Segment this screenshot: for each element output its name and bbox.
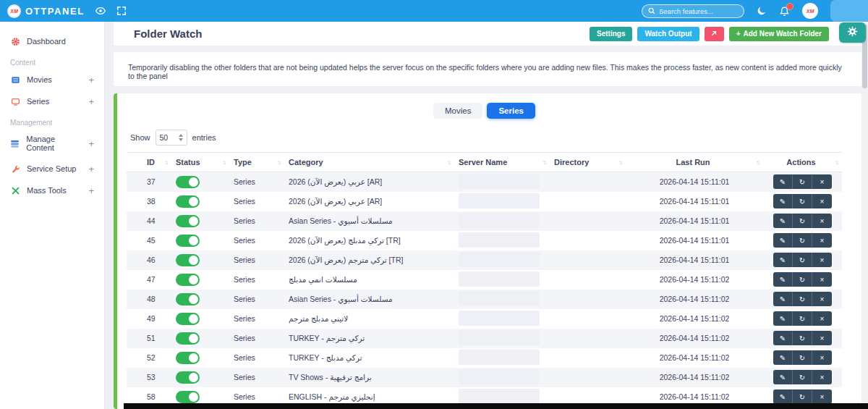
search-input[interactable] — [659, 7, 738, 15]
delete-button[interactable]: × — [812, 350, 832, 365]
sidebar-item-mass-tools[interactable]: Mass Tools + — [0, 180, 104, 201]
delete-button[interactable]: × — [812, 389, 832, 404]
edit-button[interactable]: ✎ — [773, 389, 793, 404]
edit-button[interactable]: ✎ — [773, 214, 793, 228]
dark-mode-moon-icon[interactable] — [757, 6, 767, 16]
column-header-actions[interactable]: ↑↓Actions — [763, 153, 842, 172]
status-toggle[interactable] — [176, 176, 200, 188]
sidebar-item-manage-content[interactable]: Manage Content + — [0, 129, 104, 158]
fullscreen-icon[interactable] — [116, 6, 127, 16]
rescan-button[interactable]: ↻ — [793, 272, 812, 287]
edit-button[interactable]: ✎ — [773, 194, 793, 208]
sidebar-item-movies[interactable]: Movies + — [0, 69, 104, 90]
rescan-button[interactable]: ↻ — [793, 311, 812, 326]
column-header-status[interactable]: ↑↓Status — [171, 153, 229, 172]
edit-button[interactable]: ✎ — [773, 272, 793, 287]
edit-button[interactable]: ✎ — [773, 311, 793, 326]
row-last-run: 2026-04-14 15:11:01 — [626, 172, 763, 192]
edit-button[interactable]: ✎ — [773, 233, 793, 248]
rescan-button[interactable]: ↻ — [793, 233, 812, 248]
delete-button[interactable]: × — [812, 370, 832, 384]
sidebar-item-label: Service Setup — [27, 164, 76, 173]
page-scrollbar[interactable] — [861, 22, 868, 409]
column-header-directory[interactable]: ↑↓Directory — [550, 153, 626, 172]
edit-button[interactable]: ✎ — [773, 292, 793, 306]
status-toggle[interactable] — [176, 235, 200, 247]
row-last-run: 2026-04-14 15:11:02 — [626, 368, 763, 387]
status-toggle[interactable] — [176, 313, 200, 325]
edit-button[interactable]: ✎ — [773, 350, 793, 365]
table-row: 46 Series تركي مترجم (يعرض الآن) 2026 [T… — [127, 250, 842, 270]
status-toggle[interactable] — [176, 332, 200, 345]
column-header-id[interactable]: ↑↓ID — [127, 153, 171, 172]
edit-button[interactable]: ✎ — [773, 174, 793, 189]
rescan-button[interactable]: ↻ — [793, 174, 812, 189]
edit-button[interactable]: ✎ — [773, 331, 793, 345]
rescan-button[interactable]: ↻ — [793, 194, 812, 208]
delete-button[interactable]: × — [812, 194, 832, 208]
delete-button[interactable]: × — [812, 272, 832, 287]
edit-button[interactable]: ✎ — [773, 253, 793, 267]
delete-button[interactable]: × — [812, 331, 832, 345]
delete-button[interactable]: × — [812, 253, 832, 267]
rescan-button[interactable]: ↻ — [793, 389, 812, 404]
export-button[interactable] — [705, 27, 724, 41]
status-toggle[interactable] — [176, 293, 200, 305]
customizer-gear-button[interactable] — [839, 22, 866, 43]
rescan-button[interactable]: ↻ — [793, 253, 812, 267]
page-title: Folder Watch — [134, 28, 202, 40]
row-category: TURKEY - تركي مدبلج — [284, 348, 454, 368]
row-type: Series — [229, 231, 284, 250]
rescan-button[interactable]: ↻ — [793, 370, 812, 384]
delete-button[interactable]: × — [812, 214, 832, 228]
column-header-type[interactable]: ↑↓Type — [229, 153, 284, 172]
row-id: 37 — [127, 172, 171, 192]
status-toggle[interactable] — [176, 254, 200, 266]
delete-button[interactable]: × — [812, 174, 832, 189]
search-icon — [648, 7, 655, 14]
entries-select[interactable]: 50 — [156, 130, 187, 146]
expand-plus-icon[interactable]: + — [88, 75, 94, 85]
notifications-bell-icon[interactable] — [779, 6, 790, 17]
column-header-server-name[interactable]: ↑↓Server Name — [454, 153, 550, 172]
rescan-button[interactable]: ↻ — [793, 350, 812, 365]
column-header-last-run[interactable]: ↑↓Last Run — [626, 153, 763, 172]
delete-button[interactable]: × — [812, 233, 832, 248]
sidebar-item-dashboard[interactable]: Dashboard — [0, 30, 104, 52]
status-toggle[interactable] — [176, 195, 200, 208]
column-header-category[interactable]: ↑↓Category — [284, 153, 454, 172]
edit-button[interactable]: ✎ — [773, 370, 793, 384]
watch-output-button[interactable]: Watch Output — [637, 27, 699, 41]
expand-plus-icon[interactable]: + — [88, 164, 94, 174]
sidebar-item-service-setup[interactable]: Service Setup + — [0, 158, 104, 180]
tab-movies[interactable]: Movies — [433, 103, 482, 119]
expand-plus-icon[interactable]: + — [88, 186, 94, 195]
sidebar-item-series[interactable]: Series + — [0, 90, 104, 112]
global-search[interactable] — [642, 4, 744, 18]
add-watch-folder-button[interactable]: + Add New Watch Folder — [729, 27, 829, 41]
settings-button[interactable]: Settings — [590, 27, 632, 41]
status-toggle[interactable] — [176, 391, 200, 403]
rescan-button[interactable]: ↻ — [793, 214, 812, 228]
rescan-button[interactable]: ↻ — [793, 331, 812, 345]
expand-plus-icon[interactable]: + — [88, 97, 94, 106]
status-toggle[interactable] — [176, 371, 200, 384]
row-last-run: 2026-04-14 15:11:02 — [626, 329, 763, 348]
tab-series[interactable]: Series — [487, 103, 535, 119]
status-toggle[interactable] — [176, 352, 200, 364]
wrench-icon — [10, 164, 20, 174]
sidebar-section-content: Content — [0, 52, 104, 69]
rescan-button[interactable]: ↻ — [793, 292, 812, 306]
visibility-eye-icon[interactable] — [95, 5, 106, 17]
row-category: مسلسلات انمي مدبلج — [284, 270, 454, 290]
status-toggle[interactable] — [176, 215, 200, 227]
expand-plus-icon[interactable]: + — [88, 139, 94, 148]
delete-button[interactable]: × — [812, 292, 832, 306]
status-toggle[interactable] — [176, 274, 200, 286]
brand[interactable]: XM OTTPANEL — [7, 4, 85, 18]
delete-button[interactable]: × — [812, 311, 832, 326]
avatar[interactable]: XM — [802, 3, 818, 19]
row-type: Series — [229, 309, 284, 329]
show-label: Show — [130, 133, 150, 142]
user-menu[interactable] — [830, 0, 868, 22]
